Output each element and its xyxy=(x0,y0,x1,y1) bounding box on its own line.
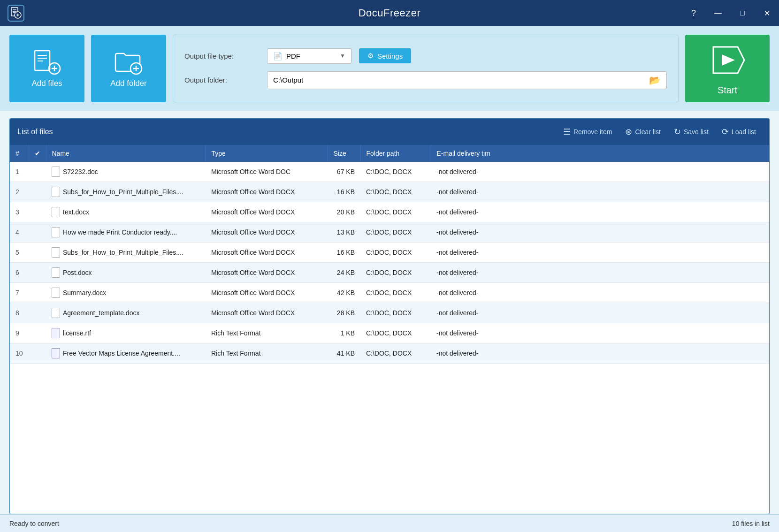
cell-name: Summary.docx xyxy=(46,283,206,303)
cell-email: -not delivered- xyxy=(431,243,769,263)
table-row[interactable]: 3 text.docx Microsoft Office Word DOCX 2… xyxy=(10,202,769,222)
table-row[interactable]: 2 Subs_for_How_to_Print_Multiple_Files..… xyxy=(10,182,769,202)
table-header-row: # ✔ Name Type Size Folder path E-mail de… xyxy=(10,145,769,162)
col-header-name: Name xyxy=(46,145,206,162)
cell-num: 7 xyxy=(10,283,29,303)
cell-folder: C:\DOC, DOCX xyxy=(360,202,431,222)
cell-folder: C:\DOC, DOCX xyxy=(360,243,431,263)
cell-size: 24 KB xyxy=(328,263,360,283)
table-row[interactable]: 10 Free Vector Maps License Agreement...… xyxy=(10,343,769,364)
file-name: Post.docx xyxy=(63,269,92,276)
cell-num: 1 xyxy=(10,162,29,182)
col-header-type: Type xyxy=(206,145,328,162)
file-type-select[interactable]: 📄 PDF ▼ xyxy=(267,48,351,64)
cell-size: 16 KB xyxy=(328,243,360,263)
col-header-email: E-mail delivery tim xyxy=(431,145,769,162)
cell-size: 20 KB xyxy=(328,202,360,222)
cell-name: license.rtf xyxy=(46,323,206,343)
file-name: How we made Print Conductor ready.... xyxy=(63,228,177,236)
pdf-option-text: PDF xyxy=(286,52,300,60)
add-folder-icon xyxy=(114,49,144,75)
file-name: license.rtf xyxy=(63,329,91,337)
cell-type: Microsoft Office Word DOCX xyxy=(206,283,328,303)
cell-name: Post.docx xyxy=(46,263,206,283)
file-icon xyxy=(52,348,60,358)
cell-email: -not delivered- xyxy=(431,162,769,182)
add-files-icon xyxy=(32,49,62,75)
table-row[interactable]: 7 Summary.docx Microsoft Office Word DOC… xyxy=(10,283,769,303)
remove-item-button[interactable]: ☰ Remove item xyxy=(558,124,618,140)
cell-folder: C:\DOC, DOCX xyxy=(360,182,431,202)
load-list-button[interactable]: ⟳ Load list xyxy=(716,124,762,140)
add-folder-button[interactable]: Add folder xyxy=(91,35,166,102)
file-name: Subs_for_How_to_Print_Multiple_Files.... xyxy=(63,188,183,196)
cell-check xyxy=(29,263,46,283)
cell-size: 13 KB xyxy=(328,222,360,243)
cell-check xyxy=(29,162,46,182)
start-button[interactable]: Start xyxy=(685,35,770,102)
app-logo xyxy=(8,5,24,22)
add-folder-label: Add folder xyxy=(110,79,147,88)
cell-type: Rich Text Format xyxy=(206,343,328,364)
file-list-section: List of files ☰ Remove item ⊗ Clear list… xyxy=(9,118,770,514)
cell-num: 10 xyxy=(10,343,29,364)
cell-num: 3 xyxy=(10,202,29,222)
cell-type: Microsoft Office Word DOCX xyxy=(206,182,328,202)
file-name: Summary.docx xyxy=(63,289,106,296)
file-icon xyxy=(52,227,60,237)
file-icon xyxy=(52,207,60,217)
cell-email: -not delivered- xyxy=(431,323,769,343)
cell-email: -not delivered- xyxy=(431,202,769,222)
toolbar: Add files Add folder Output file type: 📄… xyxy=(0,26,779,111)
cell-folder: C:\DOC, DOCX xyxy=(360,323,431,343)
clear-list-label: Clear list xyxy=(635,128,660,136)
cell-type: Rich Text Format xyxy=(206,323,328,343)
chevron-down-icon: ▼ xyxy=(340,53,345,59)
save-list-button[interactable]: ↻ Save list xyxy=(668,124,714,140)
cell-num: 5 xyxy=(10,243,29,263)
add-files-button[interactable]: Add files xyxy=(9,35,84,102)
maximize-button[interactable]: □ xyxy=(730,0,755,26)
add-files-label: Add files xyxy=(31,79,62,88)
output-folder-label: Output folder: xyxy=(184,76,260,84)
table-row[interactable]: 5 Subs_for_How_to_Print_Multiple_Files..… xyxy=(10,243,769,263)
table-row[interactable]: 1 S72232.doc Microsoft Office Word DOC 6… xyxy=(10,162,769,182)
file-name: Agreement_template.docx xyxy=(63,309,139,317)
cell-size: 1 KB xyxy=(328,323,360,343)
browse-folder-button[interactable]: 📂 xyxy=(649,75,661,86)
save-list-label: Save list xyxy=(684,128,709,136)
cell-email: -not delivered- xyxy=(431,343,769,364)
cell-check xyxy=(29,243,46,263)
cell-num: 4 xyxy=(10,222,29,243)
cell-type: Microsoft Office Word DOCX xyxy=(206,303,328,323)
table-row[interactable]: 4 How we made Print Conductor ready.... … xyxy=(10,222,769,243)
start-label: Start xyxy=(718,85,737,96)
help-button[interactable]: ? xyxy=(681,0,706,26)
table-row[interactable]: 6 Post.docx Microsoft Office Word DOCX 2… xyxy=(10,263,769,283)
cell-num: 2 xyxy=(10,182,29,202)
file-type-label: Output file type: xyxy=(184,52,260,60)
cell-check xyxy=(29,323,46,343)
statusbar: Ready to convert 10 files in list xyxy=(0,514,779,532)
file-icon xyxy=(52,308,60,318)
clear-list-button[interactable]: ⊗ Clear list xyxy=(619,124,666,140)
file-count: 10 files in list xyxy=(732,520,770,527)
col-header-folder: Folder path xyxy=(360,145,431,162)
minimize-button[interactable]: — xyxy=(706,0,730,26)
settings-label: Settings xyxy=(377,52,403,60)
close-button[interactable]: ✕ xyxy=(755,0,779,26)
cell-name: text.docx xyxy=(46,202,206,222)
table-row[interactable]: 8 Agreement_template.docx Microsoft Offi… xyxy=(10,303,769,323)
cell-num: 6 xyxy=(10,263,29,283)
col-header-check: ✔ xyxy=(29,145,46,162)
cell-name: How we made Print Conductor ready.... xyxy=(46,222,206,243)
output-folder-field[interactable]: C:\Output 📂 xyxy=(267,71,667,89)
cell-folder: C:\DOC, DOCX xyxy=(360,222,431,243)
file-name: text.docx xyxy=(63,208,89,216)
start-icon xyxy=(709,41,746,80)
remove-item-icon: ☰ xyxy=(563,127,571,137)
settings-icon: ⚙ xyxy=(367,52,374,60)
settings-button[interactable]: ⚙ Settings xyxy=(359,48,411,63)
table-row[interactable]: 9 license.rtf Rich Text Format 1 KB C:\D… xyxy=(10,323,769,343)
cell-name: Subs_for_How_to_Print_Multiple_Files.... xyxy=(46,182,206,202)
